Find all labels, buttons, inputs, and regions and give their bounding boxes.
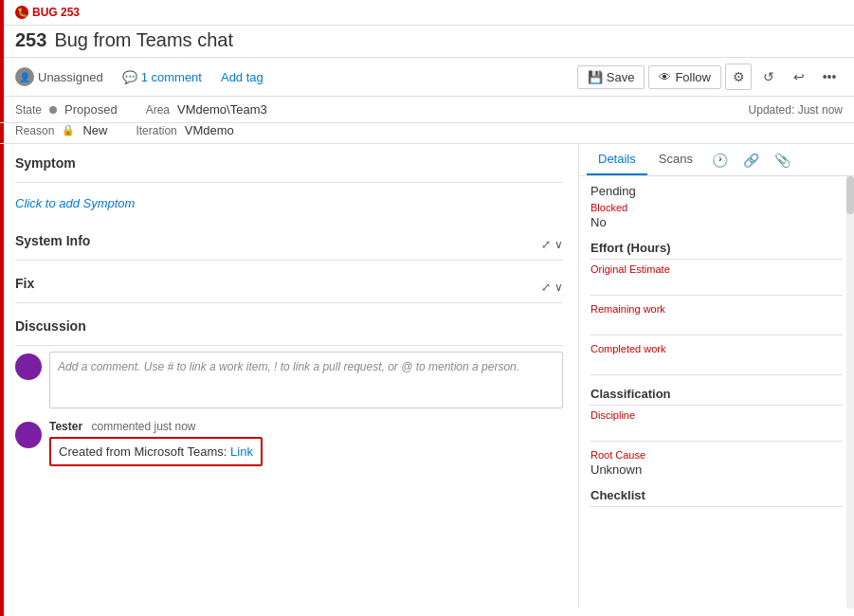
original-estimate-field: Original Estimate xyxy=(591,263,843,296)
area-group: Area VMdemo\Team3 xyxy=(146,102,267,117)
effort-section: Effort (Hours) Original Estimate Remaini… xyxy=(591,241,843,375)
main-content: Symptom Click to add Symptom System Info… xyxy=(0,144,854,608)
more-button[interactable]: ••• xyxy=(816,63,843,90)
fix-chevron-icon[interactable]: ∨ xyxy=(554,281,563,294)
state-value[interactable]: Proposed xyxy=(64,102,118,117)
fix-header: Fix ⤢ ∨ xyxy=(15,276,563,303)
tab-history-icon[interactable]: 🕐 xyxy=(704,145,736,175)
fix-section: Fix ⤢ ∨ xyxy=(15,276,563,303)
comment-count: 1 comment xyxy=(141,70,202,84)
iteration-label: Iteration xyxy=(136,124,176,137)
original-estimate-value[interactable] xyxy=(591,277,843,296)
system-info-chevron-icon[interactable]: ∨ xyxy=(554,238,563,251)
commenter-name: Tester xyxy=(49,420,82,433)
fix-title: Fix xyxy=(15,276,34,291)
system-info-title: System Info xyxy=(15,233,90,248)
iteration-group: Iteration VMdemo xyxy=(136,123,233,137)
symptom-placeholder[interactable]: Click to add Symptom xyxy=(15,189,563,218)
comment-input-placeholder: Add a comment. Use # to link a work item… xyxy=(58,360,519,373)
red-accent-bar xyxy=(0,0,4,616)
state-group: State Proposed xyxy=(15,102,118,117)
fields-bar-2: Reason 🔒 New Iteration VMdemo xyxy=(0,123,854,144)
pending-text: Pending xyxy=(591,184,843,198)
comment-link-href[interactable]: Link xyxy=(230,444,253,459)
discipline-value[interactable] xyxy=(591,423,843,442)
system-info-actions: ⤢ ∨ xyxy=(541,238,563,251)
completed-work-field: Completed work xyxy=(591,343,843,375)
comment-body: Created from Microsoft Teams: Link xyxy=(49,437,263,466)
refresh-button[interactable]: ↺ xyxy=(755,63,782,90)
classification-title: Classification xyxy=(591,387,843,406)
comment-content: Tester commented just now Created from M… xyxy=(49,420,563,466)
checklist-title: Checklist xyxy=(591,488,843,507)
discipline-field: Discipline xyxy=(591,409,843,442)
bug-icon: 🐛 xyxy=(15,6,28,19)
comment-link[interactable]: 💬 1 comment xyxy=(122,70,202,84)
unassigned-label: Unassigned xyxy=(38,70,103,84)
follow-icon: 👁 xyxy=(659,70,671,84)
undo-button[interactable]: ↩ xyxy=(786,63,812,90)
discussion-section: Discussion Add a comment. Use # to link … xyxy=(15,318,563,466)
toolbar-right: 💾 Save 👁 Follow ⚙ ↺ ↩ ••• xyxy=(577,63,843,90)
current-user-avatar xyxy=(15,353,42,380)
root-cause-value[interactable]: Unknown xyxy=(591,462,843,477)
system-info-expand-icon[interactable]: ⤢ xyxy=(541,238,551,251)
tabs-bar: Details Scans 🕐 🔗 📎 xyxy=(579,144,854,176)
bug-id: BUG 253 xyxy=(32,6,80,19)
fields-bar: State Proposed Area VMdemo\Team3 Updated… xyxy=(0,97,854,123)
unassigned[interactable]: 👤 Unassigned xyxy=(15,67,103,86)
tab-details[interactable]: Details xyxy=(587,144,647,175)
symptom-header: Symptom xyxy=(15,155,563,183)
meta-bar-left: 👤 Unassigned 💬 1 comment Add tag xyxy=(15,67,558,86)
reason-label: Reason xyxy=(15,124,54,137)
scrollbar-thumb[interactable] xyxy=(846,176,854,214)
title-row: 253 Bug from Teams chat xyxy=(0,26,854,58)
remaining-work-value[interactable] xyxy=(591,317,843,335)
comment-input-box: Add a comment. Use # to link a work item… xyxy=(15,352,563,408)
right-content: Pending Blocked No Effort (Hours) Origin… xyxy=(579,176,854,608)
left-panel: Symptom Click to add Symptom System Info… xyxy=(0,144,579,608)
comment-time: commented just now xyxy=(91,420,195,433)
user-avatar: 👤 xyxy=(15,67,34,86)
discussion-header: Discussion xyxy=(15,318,563,346)
follow-button[interactable]: 👁 Follow xyxy=(648,65,721,89)
reason-value: New xyxy=(82,123,107,137)
checklist-section: Checklist xyxy=(591,488,843,507)
top-bar: 🐛 BUG 253 xyxy=(0,0,854,26)
fix-expand-icon[interactable]: ⤢ xyxy=(541,281,551,294)
iteration-value[interactable]: VMdemo xyxy=(185,123,234,137)
fix-actions: ⤢ ∨ xyxy=(541,281,563,294)
original-estimate-label: Original Estimate xyxy=(591,263,843,275)
save-icon: 💾 xyxy=(588,70,603,84)
bug-title: Bug from Teams chat xyxy=(54,29,233,51)
blocked-label: Blocked xyxy=(591,202,843,213)
blocked-value[interactable]: No xyxy=(591,215,843,229)
classification-section: Classification Discipline Root Cause Unk… xyxy=(591,387,843,477)
comment-text-prefix: Created from Microsoft Teams: xyxy=(59,444,230,459)
comment-meta: Tester commented just now xyxy=(49,420,563,433)
tab-scans[interactable]: Scans xyxy=(647,144,704,175)
pending-section: Pending Blocked No xyxy=(591,184,843,229)
tab-link-icon[interactable]: 🔗 xyxy=(736,145,767,175)
completed-work-label: Completed work xyxy=(591,343,843,354)
meta-bar: 👤 Unassigned 💬 1 comment Add tag 💾 Save … xyxy=(0,58,854,97)
state-label: State xyxy=(15,103,42,117)
lock-icon: 🔒 xyxy=(62,124,75,136)
effort-title: Effort (Hours) xyxy=(591,241,843,260)
right-panel: Details Scans 🕐 🔗 📎 Pending Blocked No xyxy=(579,144,854,608)
commenter-avatar xyxy=(15,422,42,448)
save-label: Save xyxy=(607,70,635,84)
save-button[interactable]: 💾 Save xyxy=(577,65,645,89)
tab-attachment-icon[interactable]: 📎 xyxy=(767,145,798,175)
remaining-work-field: Remaining work xyxy=(591,303,843,335)
settings-button[interactable]: ⚙ xyxy=(725,63,752,90)
symptom-section: Symptom Click to add Symptom xyxy=(15,155,563,218)
add-tag-button[interactable]: Add tag xyxy=(221,70,263,84)
root-cause-label: Root Cause xyxy=(591,449,843,461)
area-value[interactable]: VMdemo\Team3 xyxy=(177,102,267,117)
area-label: Area xyxy=(146,103,170,117)
completed-work-value[interactable] xyxy=(591,356,843,375)
scrollbar-track xyxy=(846,176,854,608)
comment-input[interactable]: Add a comment. Use # to link a work item… xyxy=(49,352,563,408)
updated-text: Updated: Just now xyxy=(749,103,843,117)
